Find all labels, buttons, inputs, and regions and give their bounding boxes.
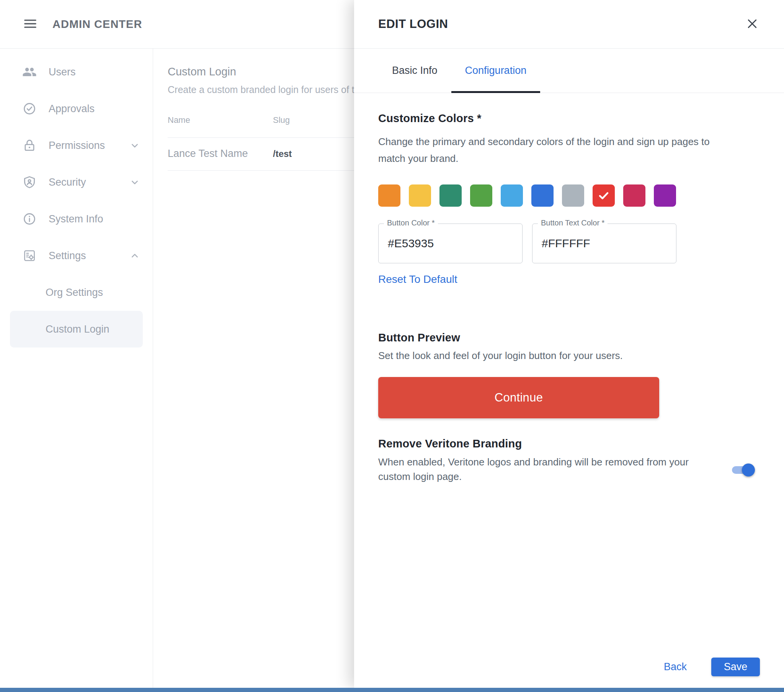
sidebar-item-label: System Info [49, 213, 103, 225]
sidebar-item-label: Approvals [49, 103, 95, 115]
save-button[interactable]: Save [711, 657, 760, 676]
cell-name: Lance Test Name [168, 148, 273, 160]
drawer-title: EDIT LOGIN [378, 17, 448, 31]
sidebar-item-org-settings[interactable]: Org Settings [0, 274, 153, 311]
drawer-tabs: Basic Info Configuration [354, 49, 784, 93]
settings-icon [22, 248, 37, 263]
sidebar-item-label: Users [49, 66, 76, 78]
button-text-color-label: Button Text Color * [538, 219, 608, 227]
tab-configuration[interactable]: Configuration [451, 49, 540, 92]
color-swatch[interactable] [562, 185, 584, 207]
drawer-header: EDIT LOGIN [354, 0, 784, 49]
color-swatches [378, 185, 760, 207]
check-icon [597, 189, 610, 202]
sidebar-item-custom-login[interactable]: Custom Login [10, 311, 143, 348]
chevron-up-icon [128, 249, 141, 262]
button-text-color-value: #FFFFFF [542, 237, 590, 250]
color-swatch[interactable] [501, 185, 523, 207]
color-swatch[interactable] [440, 185, 462, 207]
column-header-name: Name [168, 115, 273, 125]
remove-branding-heading: Remove Veritone Branding [378, 437, 760, 450]
color-swatch[interactable] [409, 185, 431, 207]
screen: ADMIN CENTER Users Approvals Permissions [0, 0, 784, 692]
lock-icon [22, 138, 37, 153]
sidebar-item-users[interactable]: Users [0, 54, 153, 90]
sidebar-item-settings[interactable]: Settings [0, 237, 153, 274]
chevron-down-icon [128, 176, 141, 189]
reset-to-default-link[interactable]: Reset To Default [378, 273, 458, 285]
approvals-icon [22, 101, 37, 116]
column-header-slug: Slug [273, 115, 290, 125]
sidebar-item-label: Org Settings [46, 287, 103, 298]
sidebar-item-label: Security [49, 176, 86, 188]
sidebar-item-label: Custom Login [46, 323, 109, 335]
sidebar-item-system-info[interactable]: System Info [0, 201, 153, 237]
drawer-footer: Back Save [664, 657, 760, 676]
cell-slug: /test [273, 148, 292, 159]
sidebar-item-approvals[interactable]: Approvals [0, 90, 153, 127]
tab-label: Basic Info [392, 65, 438, 77]
color-swatch-selected[interactable] [593, 185, 615, 207]
page-title: ADMIN CENTER [53, 18, 142, 31]
continue-preview-button[interactable]: Continue [378, 377, 659, 418]
color-swatch[interactable] [623, 185, 646, 207]
tab-basic-info[interactable]: Basic Info [378, 49, 451, 92]
color-swatch[interactable] [654, 185, 676, 207]
color-swatch[interactable] [531, 185, 553, 207]
button-preview-description: Set the look and feel of your login butt… [378, 347, 746, 364]
button-color-value: #E53935 [388, 237, 434, 250]
drawer-body: Customize Colors * Change the primary an… [354, 93, 784, 484]
bottom-page-strip [0, 688, 784, 692]
customize-colors-description: Change the primary and secondary colors … [378, 133, 738, 167]
close-icon [745, 26, 759, 32]
edit-login-drawer: EDIT LOGIN Basic Info Configuration Cust… [354, 0, 784, 688]
remove-branding-description: When enabled, Veritone logos and brandin… [378, 455, 700, 484]
button-color-label: Button Color * [384, 219, 438, 227]
color-swatch[interactable] [378, 185, 400, 207]
sidebar: Users Approvals Permissions Security [0, 49, 153, 688]
back-button[interactable]: Back [664, 661, 687, 673]
button-text-color-field[interactable]: Button Text Color * #FFFFFF [532, 224, 677, 263]
sidebar-item-label: Settings [49, 250, 86, 262]
sidebar-item-security[interactable]: Security [0, 164, 153, 201]
tab-label: Configuration [465, 65, 527, 77]
customize-colors-heading: Customize Colors * [378, 112, 760, 125]
shield-icon [22, 175, 37, 190]
hamburger-icon [23, 27, 38, 33]
color-fields: Button Color * #E53935 Button Text Color… [378, 224, 760, 263]
users-icon [22, 64, 37, 80]
chevron-down-icon [128, 139, 141, 152]
sidebar-item-label: Permissions [49, 140, 105, 152]
sidebar-item-permissions[interactable]: Permissions [0, 127, 153, 164]
remove-branding-toggle[interactable] [732, 463, 754, 476]
info-icon [22, 211, 37, 227]
close-button[interactable] [744, 16, 760, 32]
remove-branding-section: Remove Veritone Branding When enabled, V… [378, 437, 760, 484]
button-color-field[interactable]: Button Color * #E53935 [378, 224, 522, 263]
button-preview-heading: Button Preview [378, 331, 760, 344]
menu-button[interactable] [22, 16, 39, 33]
color-swatch[interactable] [470, 185, 492, 207]
toggle-thumb [742, 463, 755, 476]
